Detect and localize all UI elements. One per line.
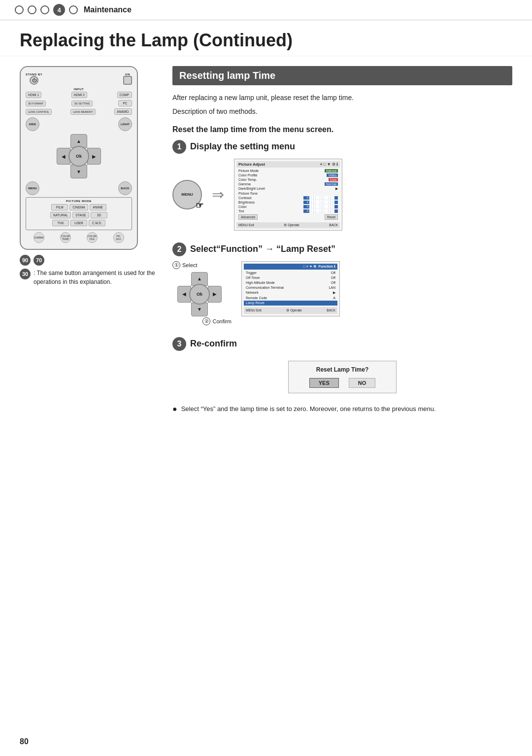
dot-5 — [69, 5, 78, 14]
lens-memory-btn[interactable]: LENS MEMORY — [70, 109, 96, 115]
natural-btn[interactable]: NATURAL — [50, 212, 71, 218]
bullet-area: ● Select “Yes” and the lamp time is set … — [172, 404, 512, 414]
circle-1: ① — [172, 261, 180, 269]
note-badges: 90 70 30 : The same button arrangement i… — [20, 255, 158, 286]
dpad-container: ▲ ▼ ◀ ▶ Ok — [26, 134, 132, 178]
step3-section: 3 Re-confirm Reset Lamp Time? YES NO ● S… — [172, 337, 512, 414]
screen1-advanced-reset: Advanced Reset — [236, 213, 340, 221]
user-btn[interactable]: USER — [70, 220, 87, 226]
setting3d-btn[interactable]: 3D SETTING — [71, 101, 92, 106]
step1-circle: 1 — [172, 140, 186, 154]
dpad2-ok[interactable]: Ok — [189, 284, 210, 305]
left-column: STAND BY ⏻ ON INPUT HDMI 1 HDMI 2 — [20, 66, 158, 426]
dpad-down[interactable]: ▼ — [70, 165, 87, 178]
func-row-lamp-reset: Lamp Reset — [244, 301, 337, 306]
on-btn[interactable] — [123, 76, 132, 85]
func-row-remote: Remote CodeA — [244, 296, 337, 301]
step3-label: Re-confirm — [190, 339, 237, 349]
cinema-btn[interactable]: CINEMA — [69, 204, 88, 210]
section-bar: Resetting lamp Time — [172, 66, 512, 85]
gamma-btn[interactable]: GAMMA — [33, 232, 44, 243]
intro-line1: After replacing a new lamp unit, please … — [172, 92, 512, 103]
screen1-row-picture-mode: Picture ModeNatural — [236, 169, 340, 173]
step2-circle: 2 — [172, 242, 186, 256]
function-screen-header: □ ≡ ▼ ⚙ Function ℹ — [244, 264, 337, 270]
color-file-btn[interactable]: COLOR FILE — [87, 232, 98, 243]
menu-button-img: MENU ☞ — [172, 180, 202, 209]
step2-dpad: ▲ ▼ ◀ ▶ Ok — [177, 272, 222, 316]
thx-btn[interactable]: THX — [52, 220, 69, 226]
stage-btn[interactable]: STAGE — [72, 212, 89, 218]
step2-label: Select“Function” → “Lamp Reset” — [190, 244, 335, 254]
reset-dialog-buttons: YES NO — [297, 378, 388, 388]
step3-title: 3 Re-confirm — [172, 337, 512, 351]
confirm-text: Confirm — [212, 318, 232, 324]
light-btn[interactable]: LIGHT — [118, 117, 132, 131]
reset-dialog: Reset Lamp Time? YES NO — [288, 361, 397, 393]
func-row-comm: Communication TerminalLAN — [244, 285, 337, 290]
function-screen: □ ≡ ▼ ⚙ Function ℹ TriggerOff Off TimerO… — [241, 261, 340, 316]
dpad-ok[interactable]: Ok — [68, 146, 89, 167]
screen1-row-brightness: Brightness0 ████████████ — [236, 200, 340, 205]
cmd-btn[interactable]: C.M.D. — [89, 220, 105, 226]
input-label: INPUT — [26, 88, 132, 91]
screen1-row-contrast: Contrast0 ████████████ — [236, 196, 340, 200]
sub-heading: Reset the lamp time from the menu screen… — [172, 125, 512, 134]
color-temp-btn[interactable]: COLOR TEMP — [60, 232, 71, 243]
hdmi2-btn[interactable]: HDMI 2 — [71, 92, 87, 98]
pic-adj-btn[interactable]: PIC. ADJ. — [113, 232, 124, 243]
hdmi1-btn[interactable]: HDMI 1 — [26, 92, 41, 98]
back-btn[interactable]: BACK — [118, 181, 132, 195]
dpad-right[interactable]: ▶ — [87, 148, 101, 165]
bullet-text-content: Select “Yes” and the lamp time is set to… — [181, 404, 436, 414]
film-btn[interactable]: FILM — [51, 204, 68, 210]
dpad2-down[interactable]: ▼ — [191, 303, 208, 316]
dot-2 — [28, 5, 36, 14]
lens-control-btn[interactable]: LENS CONTROL — [26, 109, 52, 115]
dpad2-right[interactable]: ▶ — [208, 286, 222, 303]
step2-title: 2 Select“Function” → “Lamp Reset” — [172, 242, 512, 256]
anamo-btn[interactable]: ANAMO. — [114, 108, 132, 115]
yes-btn[interactable]: YES — [309, 378, 339, 388]
page-title: Replacing the Lamp (Continued) — [0, 20, 532, 56]
arrow-icon: ⇒ — [212, 186, 224, 203]
step1-area: MENU ☞ ⇒ Picture Adjust ≡ □ ▼ ⚙ ℹ Pictur… — [172, 159, 512, 231]
step1-label: Display the setting menu — [190, 141, 295, 152]
screen1-row-color: Color0 ████████████ — [236, 205, 340, 209]
bullet-icon: ● — [172, 404, 177, 413]
step1-section: 1 Display the setting menu MENU ☞ ⇒ Pict… — [172, 140, 512, 231]
remote-control: STAND BY ⏻ ON INPUT HDMI 1 HDMI 2 — [20, 66, 138, 250]
comp-btn[interactable]: COMP. — [117, 92, 132, 98]
screen1-title: Picture Adjust — [238, 162, 265, 167]
menu-btn[interactable]: MENU — [26, 181, 39, 195]
format3d-btn[interactable]: 3D FORMAT — [26, 101, 46, 106]
step1-title: 1 Display the setting menu — [172, 140, 512, 154]
func-row-network: Network▶ — [244, 290, 337, 296]
no-btn[interactable]: NO — [349, 378, 376, 388]
standby-btn[interactable]: ⏻ — [30, 76, 38, 85]
note-text-area: 30 : The same button arrangement is used… — [20, 269, 158, 286]
badge-30: 30 — [20, 269, 31, 279]
main-content: STAND BY ⏻ ON INPUT HDMI 1 HDMI 2 — [0, 56, 532, 436]
header-title: Maintenance — [84, 5, 132, 14]
page-number: 80 — [20, 737, 29, 746]
dpad2-inner: ▲ ▼ ◀ ▶ Ok — [177, 272, 222, 316]
screen1-row-color-profile: Color ProfileVideo — [236, 173, 340, 177]
step3-circle: 3 — [172, 337, 186, 351]
screen1-row-dark-bright: Dark/Bright Level▶ — [236, 186, 340, 191]
function-title: Function — [318, 265, 333, 269]
anime-btn[interactable]: ANIME — [90, 204, 106, 210]
screen1-header: Picture Adjust ≡ □ ▼ ⚙ ℹ — [236, 161, 340, 168]
bottom-buttons: GAMMA COLOR TEMP COLOR FILE PIC. ADJ. — [26, 232, 132, 243]
func-row-off-timer: Off TimerOff — [244, 275, 337, 280]
confirm-label: ② Confirm — [202, 317, 232, 325]
3d-btn[interactable]: 3D — [91, 212, 107, 218]
dot-4-active: 4 — [53, 4, 65, 16]
hide-btn[interactable]: HIDE — [26, 117, 39, 131]
step2-dpad-area: ① Select ▲ ▼ ◀ ▶ Ok ② Co — [172, 261, 232, 325]
progress-dots: 4 — [15, 4, 78, 16]
circle-2: ② — [202, 317, 210, 325]
func-row-altitude: High Altitude ModeOff — [244, 280, 337, 285]
pc-btn[interactable]: PC — [118, 100, 132, 106]
function-screen-footer: MENU Exit ⚙ Operate BACK — [244, 307, 337, 314]
